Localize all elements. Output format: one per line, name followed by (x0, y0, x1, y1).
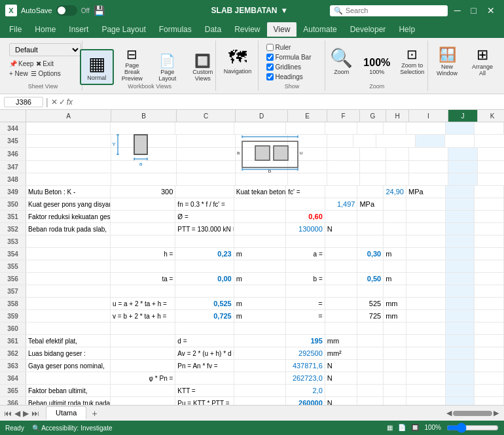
col-c: C (177, 110, 236, 122)
excel-logo: X (5, 5, 17, 16)
insert-function-icon[interactable]: fx (67, 97, 73, 107)
tab-next-icon[interactable]: ▶ (23, 409, 29, 418)
ruler-checkbox-row[interactable]: Ruler (265, 43, 293, 52)
search-bar[interactable]: 🔍 (330, 5, 448, 16)
view-page-icon[interactable]: 📄 (398, 424, 406, 432)
accessibility-status[interactable]: 🔍 Accessibility: Investigate (32, 425, 113, 432)
autosave-toggle[interactable] (56, 5, 77, 16)
custom-views-btn[interactable]: 🔲 Custom Views (186, 50, 220, 85)
arrange-all-btn[interactable]: ⊞ Arrange All (465, 43, 499, 80)
right-diagram: a u b (236, 131, 308, 174)
search-icon: 🔍 (334, 7, 343, 15)
tab-home[interactable]: Home (28, 22, 62, 37)
title-center: SLAB JEMBATAN ▾ (168, 6, 330, 15)
zoom-100-btn[interactable]: 100% 100% (360, 54, 394, 78)
headings-checkbox[interactable] (266, 73, 274, 80)
row-360: 360 (0, 322, 504, 335)
close-icon[interactable]: ✕ (483, 4, 499, 17)
options-btn[interactable]: ☰ Options (31, 70, 61, 77)
ribbon-group-zoom: 🔍 Zoom 100% 100% ⊡ Zoom to Selection Zoo… (327, 41, 429, 91)
left-diagram: Y a (111, 131, 177, 171)
row-352: 352 Beban roda truk pada slab, PTT = 130… (0, 223, 504, 235)
tab-file[interactable]: File (3, 22, 28, 37)
formula-bar-checkbox[interactable] (266, 54, 274, 61)
dropdown-arrow[interactable]: ▾ (282, 6, 286, 15)
col-e: E (288, 110, 327, 122)
sheet-view-dropdown[interactable]: Default (9, 43, 81, 56)
view-custom-icon[interactable]: 🔲 (411, 424, 419, 432)
zoom-selection-btn[interactable]: ⊡ Zoom to Selection (395, 43, 429, 78)
formula-bar-checkbox-row[interactable]: Formula Bar (265, 53, 313, 61)
svg-rect-0 (134, 135, 147, 154)
headings-checkbox-row[interactable]: Headings (265, 73, 304, 81)
row-359: 359 v = b + 2 * ta + h = 0,725 m = 725 m… (0, 310, 504, 322)
show-label: Show (260, 83, 325, 90)
row-345: 345 Y (0, 135, 504, 148)
tab-bar: ⏮ ◀ ▶ ⏭ Utama + ◀ ▶ (0, 405, 504, 421)
cancel-formula-icon[interactable]: ✕ (51, 97, 58, 107)
svg-text:u: u (300, 150, 302, 156)
col-a: A (26, 110, 111, 122)
confirm-formula-icon[interactable]: ✓ (59, 97, 65, 107)
navigation-btn[interactable]: 🗺 Navigation (221, 43, 255, 78)
row-349: 349 Mutu Beton : K - 300 Kuat tekan beto… (0, 186, 504, 198)
minimize-icon[interactable]: ─ (450, 4, 465, 17)
col-header-row: A B C D E F G H I J K (0, 110, 504, 122)
tab-scrollbar: ◀ ▶ (446, 409, 504, 417)
new-view-btn[interactable]: + New (9, 70, 28, 77)
new-window-btn[interactable]: 🪟 New Window (430, 43, 464, 80)
autosave-label: AutoSave (21, 7, 52, 14)
view-normal-icon[interactable]: ▦ (387, 424, 393, 432)
sheet-view-label: Sheet View (4, 83, 82, 90)
col-k: K (478, 110, 504, 122)
zoom-btn[interactable]: 🔍 Zoom (325, 44, 359, 78)
row-354: 354 h = 0,23 m a = 0,30 m (0, 248, 504, 260)
col-d: D (236, 110, 288, 122)
tab-review[interactable]: Review (228, 22, 266, 37)
tab-formulas[interactable]: Formulas (153, 22, 198, 37)
row-363: 363 Gaya geser pons nominal, Pn = An * f… (0, 360, 504, 372)
maximize-icon[interactable]: □ (467, 4, 480, 17)
gridlines-checkbox-row[interactable]: Gridlines (265, 63, 302, 71)
tab-insert[interactable]: Insert (62, 22, 95, 37)
ready-status: Ready (5, 425, 24, 432)
row-358: 358 u = a + 2 * ta + h = 0,525 m = 525 m… (0, 298, 504, 310)
svg-text:b: b (268, 168, 272, 174)
off-label: Off (81, 7, 90, 14)
row-355: 355 (0, 260, 504, 273)
search-input[interactable] (346, 7, 431, 14)
tab-prev-icon[interactable]: ◀ (14, 409, 20, 418)
row-362: 362 Luas bidang geser : Av = 2 * (u + h)… (0, 347, 504, 360)
page-break-btn[interactable]: ⊟ Page Break Preview (115, 43, 149, 85)
zoom-label: Zoom (327, 83, 428, 90)
sheet-tab-utama[interactable]: Utama (46, 406, 86, 420)
add-sheet-btn[interactable]: + (86, 407, 102, 420)
page-layout-btn[interactable]: 📄 Page Layout (151, 50, 185, 85)
save-icon[interactable]: 💾 (94, 5, 105, 16)
ruler-checkbox[interactable] (266, 44, 274, 51)
tab-last-icon[interactable]: ⏭ (31, 409, 39, 418)
row-353: 353 (0, 235, 504, 248)
exit-btn[interactable]: ✖ Exit (36, 60, 54, 67)
col-j: J (448, 110, 478, 122)
tab-developer[interactable]: Developer (344, 22, 393, 37)
tab-view[interactable]: View (267, 22, 297, 37)
tab-page-layout[interactable]: Page Layout (95, 22, 152, 37)
tab-automate[interactable]: Automate (297, 22, 343, 37)
ribbon-group-sheet-view: Default 📌 Keep ✖ Exit + New ☰ Options Sh… (4, 41, 82, 91)
cell-ref-input[interactable] (4, 97, 43, 107)
gridlines-checkbox[interactable] (266, 63, 274, 71)
keep-btn[interactable]: 📌 Keep (9, 60, 33, 67)
tab-nav-left: ⏮ ◀ ▶ ⏭ (0, 409, 43, 418)
formula-input[interactable] (75, 97, 500, 107)
zoom-slider[interactable] (446, 424, 499, 432)
scroll-right-icon[interactable]: ▶ (494, 409, 499, 417)
tab-data[interactable]: Data (198, 22, 228, 37)
tab-first-icon[interactable]: ⏮ (4, 409, 12, 418)
row-num-header (0, 110, 26, 122)
normal-view-btn[interactable]: ▦ Normal (80, 49, 114, 85)
svg-text:Y: Y (112, 141, 116, 147)
tab-help[interactable]: Help (392, 22, 422, 37)
row-365: 365 Faktor beban ultimit, KTT = 2,0 (0, 385, 504, 397)
scroll-left-icon[interactable]: ◀ (446, 409, 452, 417)
